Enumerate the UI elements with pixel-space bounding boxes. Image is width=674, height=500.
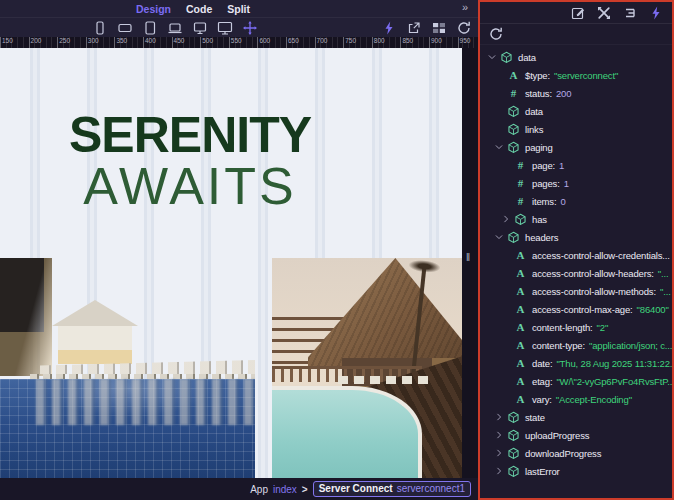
tree-value: 1: [564, 178, 569, 189]
tree-row-uploadProgress[interactable]: uploadProgress: [480, 426, 672, 444]
tree-key: headers: [525, 232, 558, 243]
tree-row-downloadProgress[interactable]: downloadProgress: [480, 444, 672, 462]
filter-icon[interactable]: [622, 5, 638, 21]
lightning-icon[interactable]: [648, 5, 664, 21]
tree-key: paging: [525, 142, 553, 153]
tree-row-access-control-allow-methods[interactable]: Aaccess-control-allow-methods:"...: [480, 282, 672, 300]
tree-row-data[interactable]: data: [480, 102, 672, 120]
sun-loungers: [338, 376, 428, 384]
phone-portrait-icon[interactable]: [92, 20, 108, 36]
tree-row-lastError[interactable]: lastError: [480, 462, 672, 480]
breadcrumb-index-link[interactable]: index: [273, 484, 297, 495]
ruler-tick-label: 900: [431, 37, 442, 44]
string-type-icon: A: [506, 69, 521, 81]
desktop-large-icon[interactable]: [217, 20, 233, 36]
tree-key: links: [525, 124, 543, 135]
ruler-tick-label: 600: [259, 37, 270, 44]
selected-component-badge[interactable]: Server Connect serverconnect1: [313, 481, 471, 497]
chevron-down-icon[interactable]: [485, 52, 499, 62]
object-icon: [513, 213, 528, 226]
tree-key: status:: [525, 88, 552, 99]
tree-row-paging[interactable]: paging: [480, 138, 672, 156]
chevron-right-icon[interactable]: [492, 430, 506, 440]
element-breadcrumb-bar: App index > Server Connect serverconnect…: [0, 478, 478, 500]
ruler-tick-label: 800: [374, 37, 385, 44]
tree-value: "application/json; c...: [589, 340, 672, 351]
data-bindings-panel: dataA$type:"serverconnect"#status:200dat…: [478, 0, 674, 500]
tab-code[interactable]: Code: [186, 3, 212, 15]
tree-row-access-control-max-age[interactable]: Aaccess-control-max-age:"86400": [480, 300, 672, 318]
tree-row-state[interactable]: state: [480, 408, 672, 426]
tree-row-$type[interactable]: A$type:"serverconnect": [480, 66, 672, 84]
tab-design[interactable]: Design: [136, 3, 171, 15]
selected-component-type: Server Connect: [319, 483, 393, 494]
tree-row-data[interactable]: data: [480, 48, 672, 66]
tree-row-access-control-allow-headers[interactable]: Aaccess-control-allow-headers:"...: [480, 264, 672, 282]
number-type-icon: #: [513, 159, 528, 171]
edit-icon[interactable]: [570, 5, 586, 21]
object-icon: [506, 465, 521, 478]
string-type-icon: A: [513, 303, 528, 315]
phone-landscape-icon[interactable]: [117, 20, 133, 36]
tree-value: "Accept-Encoding": [556, 394, 632, 405]
tree-key: content-length:: [532, 322, 593, 333]
tree-row-content-length[interactable]: Acontent-length:"2": [480, 318, 672, 336]
design-workbench: Design Code Split » 15020025030035040045…: [0, 0, 478, 500]
tree-row-etag[interactable]: Aetag:"W/\"2-vyGp6PvFo4RvsFtP...: [480, 372, 672, 390]
resort-pool-dusk-image[interactable]: [0, 258, 255, 478]
tree-key: vary:: [532, 394, 552, 405]
tree-row-pages[interactable]: #pages:1: [480, 174, 672, 192]
beach-bar-sunset-image[interactable]: [272, 258, 462, 478]
ruler-tick-label: 450: [174, 37, 185, 44]
tree-row-page[interactable]: #page:1: [480, 156, 672, 174]
chevron-down-icon[interactable]: [492, 232, 506, 242]
tree-key: access-control-max-age:: [532, 304, 633, 315]
tree-row-headers[interactable]: headers: [480, 228, 672, 246]
chevron-right-icon[interactable]: [492, 412, 506, 422]
tools-icon[interactable]: [596, 5, 612, 21]
curved-pool: [272, 386, 422, 478]
share-icon[interactable]: [406, 20, 422, 36]
grid-blocks-icon[interactable]: [431, 20, 447, 36]
divider-drag-handle[interactable]: ‖: [466, 252, 471, 263]
tree-value: "...: [660, 286, 671, 297]
overflow-chevron-icon[interactable]: »: [462, 1, 468, 13]
tree-key: downloadProgress: [525, 448, 601, 459]
desktop-icon[interactable]: [192, 20, 208, 36]
refresh-icon[interactable]: [488, 26, 504, 42]
lightning-icon[interactable]: [381, 20, 397, 36]
tree-key: page:: [532, 160, 555, 171]
tree-row-links[interactable]: links: [480, 120, 672, 138]
tab-split[interactable]: Split: [227, 3, 250, 15]
tree-key: etag:: [532, 376, 552, 387]
hero-line-awaits: AWAITS: [0, 160, 380, 212]
tree-row-access-control-allow-credentials[interactable]: Aaccess-control-allow-credentials...: [480, 246, 672, 264]
tree-key: items:: [532, 196, 556, 207]
view-mode-tabs: Design Code Split: [136, 3, 250, 15]
string-type-icon: A: [513, 249, 528, 261]
chevron-down-icon[interactable]: [492, 142, 506, 152]
tablet-icon[interactable]: [142, 20, 158, 36]
tree-key: access-control-allow-methods:: [532, 286, 656, 297]
tree-row-items[interactable]: #items:0: [480, 192, 672, 210]
chevron-right-icon[interactable]: [492, 466, 506, 476]
tree-row-content-type[interactable]: Acontent-type:"application/json; c...: [480, 336, 672, 354]
tree-row-status[interactable]: #status:200: [480, 84, 672, 102]
tree-value: "2": [597, 322, 609, 333]
device-toolbar: [0, 17, 478, 37]
tree-row-has[interactable]: has: [480, 210, 672, 228]
object-icon: [506, 123, 521, 136]
chevron-right-icon[interactable]: [499, 214, 513, 224]
hero-heading[interactable]: SERENITY AWAITS: [0, 110, 380, 212]
selected-component-id: serverconnect1: [397, 483, 465, 494]
tree-row-vary[interactable]: Avary:"Accept-Encoding": [480, 390, 672, 408]
design-canvas[interactable]: SERENITY AWAITS: [0, 48, 462, 478]
move-icon[interactable]: [242, 20, 258, 36]
tree-row-date[interactable]: Adate:"Thu, 28 Aug 2025 11:31:22...: [480, 354, 672, 372]
string-type-icon: A: [513, 339, 528, 351]
laptop-icon[interactable]: [167, 20, 183, 36]
chevron-right-icon[interactable]: [492, 448, 506, 458]
object-icon: [506, 231, 521, 244]
tree-key: uploadProgress: [525, 430, 589, 441]
refresh-icon[interactable]: [456, 20, 472, 36]
